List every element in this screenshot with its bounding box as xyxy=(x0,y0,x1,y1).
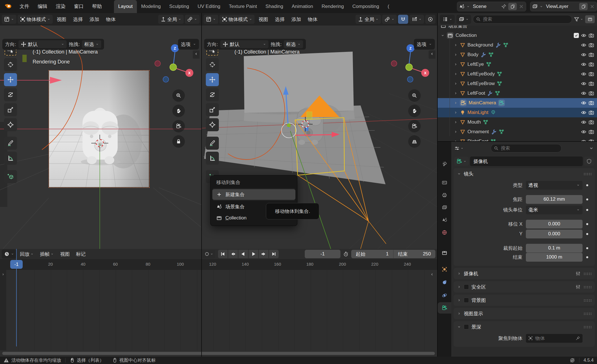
start-frame-field[interactable]: 起始1 xyxy=(351,251,393,257)
properties-search[interactable] xyxy=(491,144,562,153)
display-mode-button[interactable] xyxy=(440,15,455,24)
hide-eye-icon[interactable] xyxy=(581,71,587,77)
outliner-item-maincamera[interactable]: MainCamera xyxy=(438,98,597,108)
tab-output[interactable] xyxy=(438,189,451,201)
animate-dot[interactable] xyxy=(586,247,588,249)
render-camera-icon[interactable] xyxy=(588,52,594,58)
menu-view[interactable]: 视图 xyxy=(57,251,73,257)
menu-edit[interactable]: 编辑 xyxy=(33,0,52,13)
editor-type-button[interactable] xyxy=(2,249,16,259)
chevron-down-icon[interactable] xyxy=(588,145,594,151)
fake-user-shield-button[interactable] xyxy=(584,157,594,166)
pan-button[interactable] xyxy=(172,105,185,117)
render-camera-icon[interactable] xyxy=(588,90,594,96)
clip-end-field[interactable]: 1000 m xyxy=(526,253,583,262)
scale-tool[interactable] xyxy=(4,103,17,116)
animate-dot[interactable] xyxy=(586,233,588,235)
tab-modeling[interactable]: Modeling xyxy=(137,0,165,13)
outliner-item-mainlight[interactable]: MainLight xyxy=(438,108,597,117)
direction-dropdown[interactable]: 默认 xyxy=(220,40,268,48)
animate-dot[interactable] xyxy=(586,256,588,258)
animate-dot[interactable] xyxy=(586,198,588,200)
tab-compositing[interactable]: Compositing xyxy=(348,0,384,13)
hide-eye-icon[interactable] xyxy=(581,129,587,135)
move-tool[interactable] xyxy=(206,73,219,86)
scale-tool[interactable] xyxy=(206,103,219,116)
tab-shading[interactable]: Shading xyxy=(261,0,287,13)
menu-render[interactable]: 渲染 xyxy=(52,0,70,13)
render-camera-icon[interactable] xyxy=(588,129,594,135)
channel-region[interactable] xyxy=(0,270,6,350)
tab-sculpting[interactable]: Sculpting xyxy=(165,0,193,13)
pan-button[interactable] xyxy=(408,105,421,117)
menu-object[interactable]: 物体 xyxy=(305,16,320,23)
panel-grip[interactable] xyxy=(583,272,591,275)
animate-dot[interactable] xyxy=(586,223,588,225)
tab-layout[interactable]: Layout xyxy=(114,0,137,13)
outliner-item-background[interactable]: Background xyxy=(438,40,597,50)
drag-dropdown[interactable]: 框选 xyxy=(82,40,101,48)
scene-display-button[interactable] xyxy=(456,15,471,24)
grid-view-button[interactable] xyxy=(408,135,421,148)
next-keyframe-button[interactable] xyxy=(259,250,268,258)
properties-search-input[interactable] xyxy=(501,146,558,151)
camera-view-button[interactable] xyxy=(408,120,421,132)
viewport-camera[interactable]: 物体模式 视图 选择 添加 物体 全局 方向: 默认 拖拽: 框选 选项 xyxy=(0,13,201,249)
annotate-tool[interactable] xyxy=(4,137,17,150)
new-viewlayer-button[interactable] xyxy=(579,3,588,10)
rotate-tool[interactable] xyxy=(206,88,219,101)
new-scene-button[interactable] xyxy=(508,3,517,10)
viewport-canvas[interactable]: 方向: 默认 拖拽: 框选 选项 xyxy=(0,26,201,249)
tab-physics[interactable] xyxy=(438,290,451,301)
stopwatch-icon[interactable] xyxy=(341,251,351,257)
current-frame-field[interactable]: -1 xyxy=(305,250,340,258)
menu-help[interactable]: 帮助 xyxy=(88,0,106,13)
outliner-item-body[interactable]: Body xyxy=(438,50,597,60)
menu-add[interactable]: 添加 xyxy=(289,16,304,23)
outliner-item-ornament[interactable]: Ornament xyxy=(438,127,597,137)
drag-dropdown[interactable]: 框选 xyxy=(284,40,303,48)
lock-view-button[interactable] xyxy=(172,135,185,148)
background-images-checkbox[interactable] xyxy=(464,298,469,303)
render-camera-icon[interactable] xyxy=(588,81,594,86)
tab-render[interactable] xyxy=(438,177,451,188)
network-offline-icon[interactable] xyxy=(570,357,575,363)
hide-eye-icon[interactable] xyxy=(581,110,587,115)
mode-dropdown[interactable]: 物体模式 xyxy=(219,15,255,24)
region-collapse-icon[interactable] xyxy=(430,272,434,279)
cursor-tool[interactable] xyxy=(206,58,219,71)
clip-start-field[interactable]: 0.1 m xyxy=(526,244,583,253)
hide-eye-icon[interactable] xyxy=(581,100,587,106)
filter-button[interactable] xyxy=(574,16,583,22)
presets-icon[interactable] xyxy=(575,271,581,276)
outliner-item-leftfoot[interactable]: LeftFoot xyxy=(438,88,597,98)
data-type-button[interactable] xyxy=(454,157,469,166)
panel-grip[interactable] xyxy=(583,286,591,288)
measure-tool[interactable] xyxy=(4,152,17,165)
tab-scene[interactable] xyxy=(438,214,451,226)
tab-texture-paint[interactable]: Texture Paint xyxy=(225,0,261,13)
menu-select[interactable]: 选择 xyxy=(272,16,287,23)
new-collection-button[interactable] xyxy=(585,15,595,23)
menu-file[interactable]: 文件 xyxy=(15,0,33,13)
orientation-dropdown[interactable]: 全局 xyxy=(355,15,381,24)
tab-camera-data[interactable] xyxy=(438,302,451,314)
outliner-item-lefteye[interactable]: LeftEye xyxy=(438,60,597,69)
hide-eye-icon[interactable] xyxy=(581,119,587,125)
play-button[interactable] xyxy=(249,250,258,258)
render-camera-icon[interactable] xyxy=(588,42,594,48)
collection-checkbox[interactable] xyxy=(574,33,579,38)
background-images-panel[interactable]: 背景图 xyxy=(454,295,595,306)
panel-grip[interactable] xyxy=(583,326,591,328)
lens-panel-header[interactable]: 镜头 xyxy=(454,168,595,179)
focal-length-field[interactable]: 60.12 mm xyxy=(526,195,583,204)
prev-keyframe-button[interactable] xyxy=(228,250,238,258)
orientation-dropdown[interactable]: 全局 xyxy=(158,15,184,24)
direction-dropdown[interactable]: 默认 xyxy=(18,40,67,48)
outliner-search-input[interactable] xyxy=(483,17,569,22)
outliner-search[interactable] xyxy=(473,15,572,24)
jump-to-start-button[interactable] xyxy=(218,250,228,258)
scene-selector[interactable]: Scene xyxy=(457,2,526,11)
timeline-ruler[interactable]: -1 20 40 60 80 100 120 140 160 180 200 2… xyxy=(0,259,437,270)
tab-rendering[interactable]: Rendering xyxy=(317,0,348,13)
